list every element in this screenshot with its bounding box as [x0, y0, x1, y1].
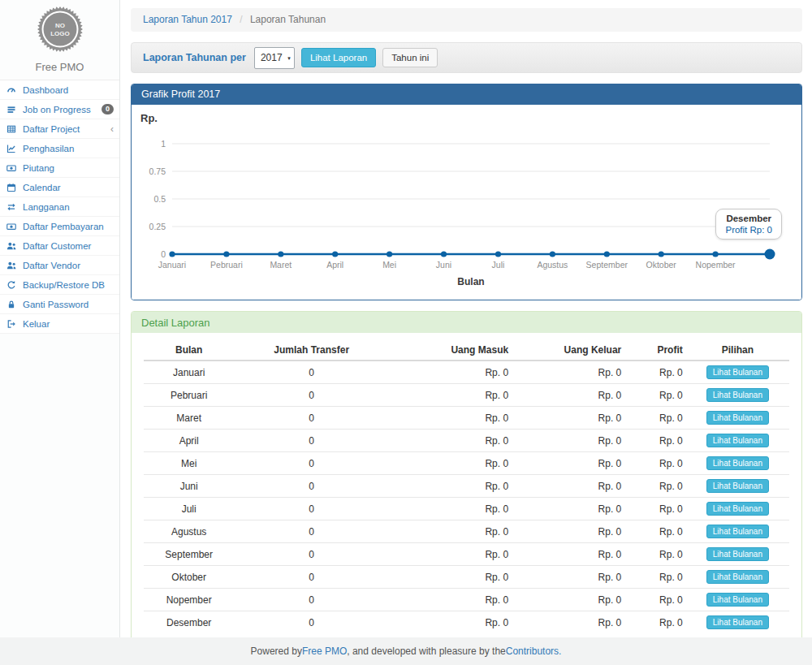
- sidebar-item-label: Piutang: [23, 163, 54, 173]
- uang-keluar-cell: Rp. 0: [512, 361, 624, 384]
- main-content: Laporan Tahun 2017 / Laporan Tahunan Lap…: [121, 0, 812, 665]
- month-cell: Agustus: [144, 520, 234, 543]
- tasks-icon: [6, 105, 19, 114]
- uang-keluar-cell: Rp. 0: [512, 475, 624, 498]
- breadcrumb: Laporan Tahun 2017 / Laporan Tahunan: [131, 8, 802, 32]
- chevron-left-icon: ‹: [110, 124, 114, 134]
- sidebar-item-ganti-password[interactable]: Ganti Password: [0, 295, 119, 314]
- profit-cell: Rp. 0: [624, 384, 686, 407]
- uang-keluar-cell: Rp. 0: [512, 566, 624, 589]
- lihat-bulanan-button[interactable]: Lihat Bulanan: [706, 479, 769, 493]
- uang-masuk-cell: Rp. 0: [389, 498, 512, 520]
- profit-cell: Rp. 0: [624, 361, 686, 384]
- chart-panel-title: Grafik Profit 2017: [132, 84, 801, 105]
- sidebar-item-backup-restore-db[interactable]: Backup/Restore DB: [0, 275, 119, 295]
- tahun-ini-button[interactable]: Tahun ini: [382, 48, 438, 67]
- svg-text:Pebruari: Pebruari: [210, 260, 243, 270]
- sidebar-item-label: Daftar Vendor: [23, 261, 80, 270]
- sidebar-item-job-on-progress[interactable]: Job on Progress0: [0, 100, 119, 119]
- lihat-bulanan-button[interactable]: Lihat Bulanan: [706, 593, 769, 607]
- profit-line-chart[interactable]: Rp.00.250.50.751JanuariPebruariMaretApri…: [138, 108, 797, 296]
- lihat-bulanan-button[interactable]: Lihat Bulanan: [706, 434, 769, 447]
- sidebar-item-label: Daftar Project: [23, 124, 80, 134]
- lihat-bulanan-button[interactable]: Lihat Bulanan: [706, 615, 769, 629]
- month-cell: Juni: [144, 475, 234, 498]
- table-header-row: Bulan Jumlah Transfer Uang Masuk Uang Ke…: [144, 339, 789, 361]
- uang-masuk-cell: Rp. 0: [389, 384, 512, 407]
- report-table-wrap: Bulan Jumlah Transfer Uang Masuk Uang Ke…: [132, 333, 801, 664]
- lihat-bulanan-button[interactable]: Lihat Bulanan: [706, 456, 769, 470]
- sidebar-item-langganan[interactable]: Langganan: [0, 197, 119, 217]
- dashboard-icon: [6, 85, 19, 95]
- users-icon: [6, 241, 19, 251]
- lihat-bulanan-button[interactable]: Lihat Bulanan: [706, 547, 769, 561]
- pilihan-cell: Lihat Bulanan: [686, 452, 789, 475]
- transfer-cell: 0: [234, 407, 389, 430]
- table-row: Maret0Rp. 0Rp. 0Rp. 0Lihat Bulanan: [144, 407, 789, 430]
- chart-tooltip-month: Desember: [725, 214, 772, 223]
- contributors-link[interactable]: Contributors.: [506, 646, 562, 657]
- transfer-cell: 0: [234, 384, 389, 407]
- svg-text:Oktober: Oktober: [646, 260, 677, 270]
- svg-text:NO: NO: [55, 22, 65, 29]
- uang-keluar-cell: Rp. 0: [512, 430, 624, 452]
- svg-text:LOGO: LOGO: [50, 30, 70, 37]
- year-select[interactable]: 2017: [254, 47, 295, 69]
- detail-panel-title: Detail Laporan: [132, 312, 801, 333]
- profit-cell: Rp. 0: [624, 407, 686, 430]
- sidebar-item-calendar[interactable]: Calendar: [0, 178, 119, 197]
- lihat-bulanan-button[interactable]: Lihat Bulanan: [706, 570, 769, 584]
- sidebar-item-daftar-customer[interactable]: Daftar Customer: [0, 236, 119, 256]
- lihat-laporan-button[interactable]: Lihat Laporan: [301, 48, 376, 67]
- table-row: Desember0Rp. 0Rp. 0Rp. 0Lihat Bulanan: [144, 611, 789, 634]
- sidebar-item-dashboard[interactable]: Dashboard: [0, 80, 119, 100]
- sidebar-item-keluar[interactable]: Keluar: [0, 314, 119, 334]
- sidebar-item-daftar-vendor[interactable]: Daftar Vendor: [0, 256, 119, 275]
- footer-text-middle: , and developed with pleasure by the: [347, 646, 505, 657]
- detail-panel: Detail Laporan Bulan Jumlah Transfer Uan…: [131, 311, 802, 665]
- sidebar-item-label: Penghasilan: [23, 144, 74, 153]
- job-count-badge: 0: [102, 104, 114, 114]
- svg-text:September: September: [586, 260, 628, 270]
- table-row: Juli0Rp. 0Rp. 0Rp. 0Lihat Bulanan: [144, 498, 789, 520]
- report-table: Bulan Jumlah Transfer Uang Masuk Uang Ke…: [144, 339, 789, 653]
- lihat-bulanan-button[interactable]: Lihat Bulanan: [706, 388, 769, 402]
- sign-out-icon: [6, 319, 19, 329]
- month-cell: Pebruari: [144, 384, 234, 407]
- col-header-bulan: Bulan: [144, 339, 234, 361]
- uang-masuk-cell: Rp. 0: [389, 566, 512, 589]
- breadcrumb-link-laporan-tahun[interactable]: Laporan Tahun 2017: [143, 14, 232, 25]
- table-icon: [6, 124, 19, 134]
- transfer-cell: 0: [234, 498, 389, 520]
- sidebar-item-label: Ganti Password: [23, 300, 89, 309]
- table-row: Januari0Rp. 0Rp. 0Rp. 0Lihat Bulanan: [144, 361, 789, 384]
- month-cell: Desember: [144, 611, 234, 634]
- svg-text:1: 1: [161, 139, 166, 149]
- profit-cell: Rp. 0: [624, 543, 686, 566]
- free-pmo-link[interactable]: Free PMO: [302, 646, 347, 657]
- uang-keluar-cell: Rp. 0: [512, 452, 624, 475]
- sidebar-item-piutang[interactable]: Piutang: [0, 158, 119, 178]
- uang-masuk-cell: Rp. 0: [389, 361, 512, 384]
- transfer-cell: 0: [234, 611, 389, 634]
- sidebar-item-label: Langganan: [23, 202, 70, 212]
- exchange-icon: [6, 202, 19, 212]
- lock-icon: [6, 300, 19, 309]
- sidebar-item-label: Daftar Customer: [23, 241, 91, 251]
- filter-bar: Laporan Tahunan per 2017 ▾ Lihat Laporan…: [131, 42, 802, 73]
- profit-cell: Rp. 0: [624, 498, 686, 520]
- footer: Powered by Free PMO , and developed with…: [0, 637, 812, 665]
- sidebar-item-penghasilan[interactable]: Penghasilan: [0, 139, 119, 158]
- sidebar-item-daftar-pembayaran[interactable]: Daftar Pembayaran: [0, 217, 119, 236]
- transfer-cell: 0: [234, 543, 389, 566]
- lihat-bulanan-button[interactable]: Lihat Bulanan: [706, 411, 769, 425]
- sidebar-item-label: Keluar: [23, 319, 50, 329]
- lihat-bulanan-button[interactable]: Lihat Bulanan: [706, 365, 769, 379]
- sidebar-item-daftar-project[interactable]: Daftar Project‹: [0, 119, 119, 139]
- breadcrumb-separator: /: [240, 14, 242, 25]
- svg-text:Agustus: Agustus: [537, 260, 568, 270]
- lihat-bulanan-button[interactable]: Lihat Bulanan: [706, 502, 769, 516]
- uang-keluar-cell: Rp. 0: [512, 589, 624, 611]
- profit-cell: Rp. 0: [624, 589, 686, 611]
- lihat-bulanan-button[interactable]: Lihat Bulanan: [706, 525, 769, 538]
